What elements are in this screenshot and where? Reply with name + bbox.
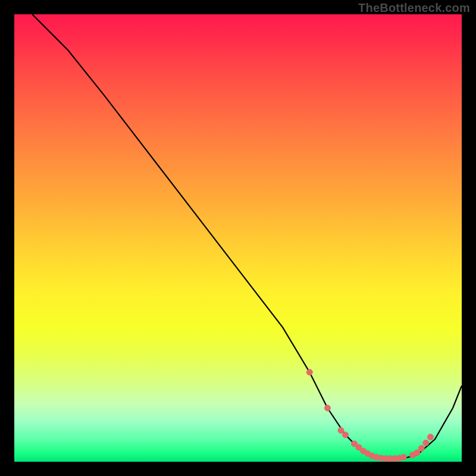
chart-svg — [14, 14, 462, 462]
marker-dot — [414, 450, 420, 456]
chart-frame: TheBottleneck.com — [0, 0, 476, 476]
watermark-text: TheBottleneck.com — [358, 1, 470, 15]
marker-dot — [418, 445, 424, 451]
marker-dot — [324, 405, 330, 411]
marker-dot — [423, 440, 429, 446]
marker-dot — [427, 434, 433, 440]
marker-dot — [343, 432, 349, 438]
marker-dot — [338, 427, 344, 433]
main-curve — [32, 14, 462, 459]
plot-area — [14, 14, 462, 462]
marker-dot — [306, 369, 312, 375]
marker-dots — [306, 369, 433, 462]
marker-dot — [400, 455, 406, 461]
